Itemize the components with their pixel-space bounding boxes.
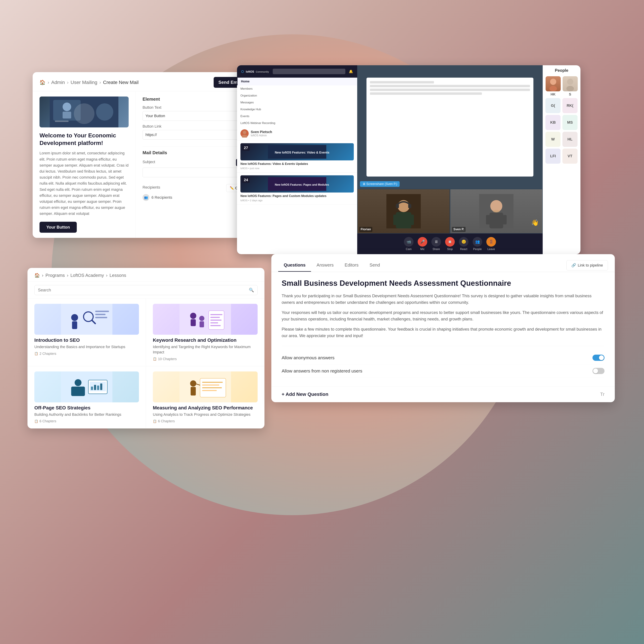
ctrl-cam[interactable]: 📹 Cam [404, 237, 414, 251]
breadcrumb-sep-2: › [67, 80, 69, 85]
add-question-button[interactable]: + Add New Question [282, 392, 328, 397]
q-description-1: Thank you for participating in our Small… [282, 293, 605, 306]
lessons-home-icon: 🏠 [34, 273, 40, 278]
profile-name: Sven Pietsch [251, 130, 272, 134]
nav-item-home[interactable]: Home [237, 78, 357, 85]
breadcrumb: 🏠 › Admin › User Mailing › Create New Ma… [39, 80, 139, 85]
q-tabs: Questions Answers Editors Send [278, 259, 386, 272]
stop-icon: ⏹ [445, 237, 455, 247]
cam-icon: 📹 [404, 237, 414, 247]
video-inner: ⬡ loftOS Community 🔔 Home Members Organi… [237, 65, 580, 254]
lesson-chapters-1: 📋 2 Chapters [34, 352, 139, 356]
screenshare-text-lines [370, 81, 530, 95]
post-number-1: 27 [242, 145, 250, 151]
community-logo-text: loftOS [246, 70, 254, 73]
recipients-row: Recipients ✏️ Change [143, 184, 251, 192]
lesson-illustration-1 [34, 304, 139, 335]
ctrl-people[interactable]: 👥 People [473, 237, 482, 251]
svg-point-7 [242, 135, 247, 138]
svg-point-49 [75, 379, 82, 386]
tab-answers[interactable]: Answers [311, 259, 339, 272]
community-logo: ⬡ loftOS Community [241, 70, 269, 74]
svg-rect-64 [202, 390, 217, 391]
community-header: ⬡ loftOS Community 🔔 [237, 65, 357, 78]
nav-item-events[interactable]: Events [237, 113, 357, 120]
ctrl-react[interactable]: 😊 React [459, 237, 468, 251]
email-body: Welcome to Your Economic Development pla… [33, 91, 258, 238]
nonregistered-toggle[interactable] [592, 368, 605, 374]
breadcrumb-academy: LoftOS Academy [70, 273, 104, 278]
breadcrumb-user-mailing: User Mailing [71, 80, 97, 85]
ctrl-share[interactable]: 🖥 Share [431, 237, 441, 251]
initials-ms: MS [562, 115, 578, 130]
video-controls: 📹 Cam 🎤 Mic 🖥 Share ⏹ Stop 😊 React [357, 234, 543, 254]
questionnaire-title: Small Business Development Needs Assessm… [282, 279, 605, 287]
subject-input[interactable] [143, 168, 251, 177]
anonymous-toggle-knob [599, 355, 604, 360]
participant-sven: Sven P. 👋 [450, 189, 543, 234]
nav-item-webinar[interactable]: LoftOS Webinar Recording [237, 120, 357, 127]
tab-questions[interactable]: Questions [278, 259, 311, 272]
lessons-breadcrumb: 🏠 › Programs › LoftOS Academy › Lessons [34, 273, 126, 278]
tab-send[interactable]: Send [364, 259, 386, 272]
nav-item-organization[interactable]: Organization [237, 92, 357, 99]
svg-rect-59 [191, 387, 196, 396]
svg-rect-39 [191, 319, 196, 326]
chapters-count-1: 2 Chapters [39, 352, 56, 356]
video-panel: ⬡ loftOS Community 🔔 Home Members Organi… [237, 65, 580, 254]
svg-rect-16 [410, 215, 414, 225]
home-icon: 🏠 [39, 80, 46, 85]
people-icon: 👥 [473, 237, 482, 247]
video-main: 🖥 Screenshare (Sven P.) [357, 65, 543, 254]
button-link-input[interactable] [143, 130, 251, 140]
svg-point-4 [63, 103, 71, 111]
post-title-2: New loftOS Features: Pages and Custom Mo… [240, 194, 354, 198]
initials-hl: HL [562, 132, 578, 147]
nav-item-knowledge[interactable]: Knowledge Hub [237, 106, 357, 113]
lesson-card-4[interactable]: Measuring and Analyzing SEO Performance … [146, 366, 264, 429]
preview-button[interactable]: Your Button [39, 222, 77, 233]
button-text-input[interactable] [143, 111, 251, 121]
leave-label: Leave [487, 248, 495, 251]
setting-row-anonymous: Allow anonymous answers [282, 351, 605, 364]
community-search-bar[interactable] [273, 69, 345, 74]
svg-point-26 [549, 86, 557, 91]
nav-item-messages[interactable]: Messages [237, 99, 357, 106]
people-grid: HK S G( RK( KB MS W HL LFI V [545, 76, 578, 164]
tab-editors[interactable]: Editors [339, 259, 364, 272]
recipients-count: 6 Recipients [151, 195, 172, 200]
subject-label: Subject [143, 160, 155, 164]
svg-text:New loftOS Features: Video & E: New loftOS Features: Video & Events [275, 151, 329, 154]
svg-rect-55 [97, 386, 99, 390]
anonymous-toggle[interactable] [592, 355, 605, 361]
anonymous-label: Allow anonymous answers [282, 355, 335, 360]
sven-face [450, 189, 542, 233]
search-box: 🔍 [34, 285, 258, 295]
post-meta-2: loftOS • 2 days ago [240, 199, 354, 202]
lesson-illustration-4 [153, 371, 258, 402]
post-image-wrap-1: 27 New loftOS Features: Video & Events [240, 143, 354, 160]
search-input[interactable] [38, 288, 247, 292]
lesson-card-3[interactable]: Off-Page SEO Strategies Building Authori… [27, 366, 146, 429]
ctrl-mic[interactable]: 🎤 Mic [418, 237, 427, 251]
svg-rect-56 [100, 383, 102, 390]
link-pipeline-button[interactable]: 🔗 Link to pipeline [566, 260, 608, 270]
nav-item-members[interactable]: Members [237, 85, 357, 92]
button-text-label: Button Text [143, 105, 251, 110]
svg-point-38 [190, 313, 196, 319]
lesson-chapters-2: 📋 10 Chapters [153, 357, 258, 361]
mic-label: Mic [420, 248, 425, 251]
chapters-icon-4: 📋 [153, 419, 157, 423]
ctrl-stop[interactable]: ⏹ Stop [445, 237, 455, 251]
ctrl-leave[interactable]: 🚪 Leave [486, 237, 496, 251]
q-content: Small Business Development Needs Assessm… [271, 272, 615, 385]
text-format-icon[interactable]: Tr [600, 392, 605, 397]
breadcrumb-admin: Admin [51, 80, 65, 85]
lesson-card-2[interactable]: Keyword Research and Optimization Identi… [146, 299, 264, 366]
lesson-card-1[interactable]: Introduction to SEO Understanding the Ba… [27, 299, 146, 366]
breadcrumb-sep-3: › [99, 80, 101, 85]
lesson-chapters-4: 📋 6 Chapters [153, 419, 258, 423]
preview-text: Lorem ipsum dolor sit amet, consectetur … [39, 150, 129, 217]
share-label: Share [433, 248, 440, 251]
lesson-subtitle-2: Identifying and Targeting the Right Keyw… [153, 344, 258, 355]
